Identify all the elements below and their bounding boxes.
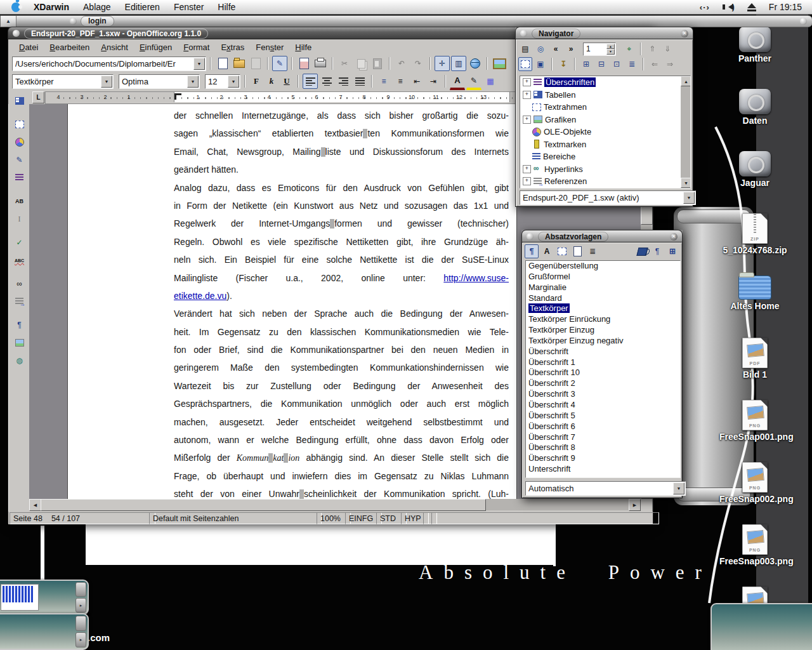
- style-item[interactable]: Überschrift 10: [526, 368, 680, 378]
- navigator-toggle-button[interactable]: ✛: [435, 56, 450, 71]
- document-line[interactable]: Email, Chat, Newsgroup, Mailing liste un…: [174, 143, 509, 161]
- navigator-item-überschriften[interactable]: +Überschriften: [520, 76, 690, 89]
- font-size-combobox[interactable]: 12 ▼: [205, 74, 240, 89]
- demote-chapter-button[interactable]: ⇓: [660, 42, 674, 56]
- hyperlink-text[interactable]: etikette.de.vu: [174, 291, 226, 301]
- desktop-icon-jaguar[interactable]: Jaguar: [719, 151, 790, 188]
- font-color-button[interactable]: A: [450, 73, 465, 90]
- expand-icon[interactable]: +: [523, 177, 531, 185]
- document-line[interactable]: in Form der Netikette (ein Kunstwort aus…: [174, 197, 509, 215]
- writer-menu-ansicht[interactable]: Ansicht: [95, 43, 134, 52]
- tab-type-selector[interactable]: L: [32, 91, 44, 103]
- toggle-button[interactable]: ▤: [518, 42, 532, 56]
- document-line[interactable]: fon oder Brief, sind die Kommunikationsp…: [174, 341, 509, 359]
- graphics-toggle-button[interactable]: [11, 335, 29, 351]
- style-item[interactable]: Überschrift 5: [526, 411, 680, 421]
- horizontal-scroll-thumb[interactable]: [41, 499, 486, 511]
- insert-table-button[interactable]: [11, 93, 29, 109]
- new-style-from-selection-button[interactable]: ¶: [650, 244, 664, 258]
- highlight-button[interactable]: ✎: [466, 73, 481, 90]
- font-dropdown-arrow[interactable]: ▼: [187, 76, 199, 88]
- promote-level-button[interactable]: ⇐: [648, 57, 662, 71]
- scroll-right-button[interactable]: ▶: [629, 499, 641, 511]
- navigator-item-bereiche[interactable]: Bereiche: [520, 150, 690, 163]
- set-reminder-button[interactable]: ⌖: [622, 42, 636, 56]
- size-dropdown-arrow[interactable]: ▼: [228, 76, 239, 88]
- document-page[interactable]: der schnellen Internetzugänge, als dass …: [67, 104, 517, 499]
- document-line[interactable]: sagen „klassischen“ etablierten textbasi…: [174, 124, 509, 142]
- style-item[interactable]: Textkörper Einzug: [526, 325, 680, 336]
- desktop-icon-freesnap001-png[interactable]: PNGFreeSnap001.png: [719, 400, 790, 442]
- save-button[interactable]: [248, 56, 263, 71]
- document-line[interactable]: Regeln. Obwohl es viele spezifische Nett…: [174, 233, 509, 251]
- shade-expand-button[interactable]: ▸: [75, 598, 86, 613]
- align-justify-button[interactable]: [352, 74, 367, 89]
- minimized-window-3[interactable]: [710, 603, 812, 650]
- writer-menu-einfügen[interactable]: Einfügen: [134, 43, 178, 52]
- underline-button[interactable]: U: [280, 74, 294, 88]
- style-item[interactable]: Grußformel: [526, 272, 680, 282]
- toggle-listbox-button[interactable]: ≣: [625, 57, 639, 71]
- data-sources-button[interactable]: [11, 293, 29, 310]
- style-item[interactable]: Unterschrift: [526, 464, 680, 475]
- page-spinbox[interactable]: 1 ▲▼: [583, 43, 616, 56]
- style-item[interactable]: Textkörper: [526, 303, 680, 314]
- tab-stop-marker[interactable]: [174, 93, 181, 100]
- redo-button[interactable]: ↷: [410, 56, 426, 71]
- style-item[interactable]: Überschrift 8: [526, 442, 680, 453]
- next-button[interactable]: »: [564, 42, 578, 56]
- hyperlink-bar-button[interactable]: [468, 56, 483, 71]
- style-dropdown-arrow[interactable]: ▼: [101, 76, 112, 88]
- paragraph-style-combobox[interactable]: Textkörper ▼: [12, 74, 114, 89]
- auto-spellcheck-button[interactable]: ABC: [11, 252, 29, 269]
- navigator-item-tabellen[interactable]: +Tabellen: [520, 89, 690, 102]
- document-line[interactable]: Verändert hat sich neben der Sprache auc…: [174, 305, 509, 322]
- tree-scroll-down-icon[interactable]: ▼: [681, 178, 691, 188]
- export-pdf-button[interactable]: [296, 56, 311, 71]
- spin-down-icon[interactable]: ▼: [606, 49, 615, 55]
- hyperlink-text[interactable]: http://www.suse-: [443, 273, 509, 283]
- scroll-left-button[interactable]: ◀: [29, 499, 41, 511]
- numbering-styles-button[interactable]: ≣: [586, 244, 599, 258]
- document-line[interactable]: geringerem Maße den systembedingten Komm…: [174, 359, 509, 376]
- login-window-titlebar[interactable]: ▲ login: [0, 15, 812, 27]
- writer-menu-format[interactable]: Format: [178, 43, 215, 52]
- anchor-button[interactable]: ↧: [556, 57, 570, 71]
- document-line[interactable]: Frage, ob überhaupt und inwiefern dies i…: [174, 467, 509, 485]
- menubar-item-ablage[interactable]: Ablage: [76, 2, 118, 12]
- print-button[interactable]: [313, 56, 328, 71]
- style-item[interactable]: Marginalie: [526, 282, 680, 293]
- style-filter-combobox[interactable]: Automatisch ▼: [525, 481, 686, 496]
- volume-icon[interactable]: ): [723, 3, 735, 11]
- writer-menu-hilfe[interactable]: Hilfe: [289, 43, 317, 52]
- style-item[interactable]: Überschrift 3: [526, 389, 680, 400]
- stylist-close-icon[interactable]: ✕: [670, 233, 678, 241]
- draw-functions-button[interactable]: ✎: [11, 152, 29, 168]
- stylist-window-button[interactable]: [527, 233, 534, 240]
- online-layout-button[interactable]: ◍: [11, 352, 29, 369]
- document-line[interactable]: Gesprächspartners, die Kommunikation unm…: [174, 395, 509, 413]
- menubar-item-fenster[interactable]: Fenster: [167, 2, 211, 12]
- page-styles-button[interactable]: [570, 244, 584, 258]
- style-item[interactable]: Überschrift: [526, 347, 680, 357]
- status-page-cell[interactable]: Seite 48 54 / 107: [10, 512, 155, 524]
- bullet-list-button[interactable]: ≡: [393, 74, 408, 89]
- writer-window-button[interactable]: [13, 30, 20, 37]
- expand-icon[interactable]: +: [523, 116, 531, 124]
- font-name-combobox[interactable]: Optima ▼: [119, 74, 200, 89]
- writer-menu-bearbeiten[interactable]: Bearbeiten: [44, 43, 95, 52]
- desktop-icon-freesnap002-png[interactable]: PNGFreeSnap002.png: [719, 462, 790, 504]
- eject-icon[interactable]: [747, 3, 756, 11]
- stylist-titlebar[interactable]: Absatzvorlagen ✕: [521, 230, 683, 242]
- document-line[interactable]: Mailingliste (Fischer u.a., 2002, online…: [174, 269, 509, 287]
- expand-icon[interactable]: +: [523, 165, 531, 173]
- open-button[interactable]: [232, 56, 247, 71]
- document-line[interactable]: autonom, wann er welche Bedingung erfüll…: [174, 431, 509, 449]
- navigator-content-tree[interactable]: ▲ ▼ +Überschriften+TabellenTextrahmen+Gr…: [520, 76, 691, 189]
- style-item[interactable]: Überschrift 6: [526, 421, 680, 432]
- footer-view-button[interactable]: ⊟: [594, 57, 608, 71]
- insert-frame-button[interactable]: [11, 116, 29, 133]
- new-document-button[interactable]: [215, 56, 230, 71]
- apple-menu-icon[interactable]: [11, 3, 20, 12]
- login-end-button[interactable]: [800, 18, 807, 25]
